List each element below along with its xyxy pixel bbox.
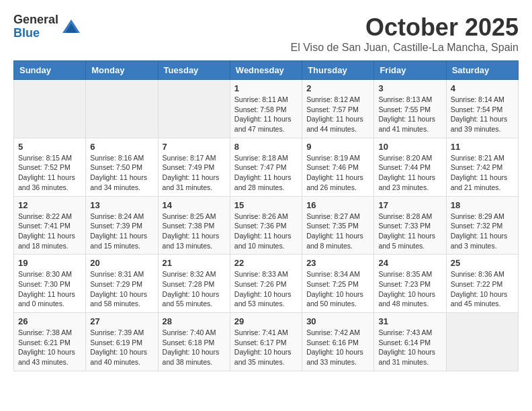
day-info: Sunrise: 8:31 AM Sunset: 7:29 PM Dayligh…: [90, 269, 153, 309]
calendar-cell: 23Sunrise: 8:34 AM Sunset: 7:25 PM Dayli…: [302, 255, 374, 313]
day-info: Sunrise: 8:22 AM Sunset: 7:41 PM Dayligh…: [18, 212, 81, 251]
calendar-cell: 26Sunrise: 7:38 AM Sunset: 6:21 PM Dayli…: [14, 313, 86, 371]
calendar-week-row: 26Sunrise: 7:38 AM Sunset: 6:21 PM Dayli…: [14, 313, 519, 371]
day-info: Sunrise: 8:16 AM Sunset: 7:50 PM Dayligh…: [90, 153, 153, 193]
day-number: 20: [90, 258, 153, 268]
calendar-cell: 22Sunrise: 8:33 AM Sunset: 7:26 PM Dayli…: [230, 255, 302, 313]
calendar-week-row: 12Sunrise: 8:22 AM Sunset: 7:41 PM Dayli…: [14, 196, 519, 255]
day-number: 28: [163, 316, 226, 326]
calendar-cell: 31Sunrise: 7:43 AM Sunset: 6:14 PM Dayli…: [374, 313, 446, 371]
calendar-cell: 25Sunrise: 8:36 AM Sunset: 7:22 PM Dayli…: [446, 255, 518, 313]
calendar-cell: [86, 80, 158, 138]
calendar-cell: 13Sunrise: 8:24 AM Sunset: 7:39 PM Dayli…: [86, 196, 158, 255]
day-info: Sunrise: 8:28 AM Sunset: 7:33 PM Dayligh…: [378, 212, 441, 251]
calendar-cell: 3Sunrise: 8:13 AM Sunset: 7:55 PM Daylig…: [374, 80, 446, 138]
calendar-cell: 30Sunrise: 7:42 AM Sunset: 6:16 PM Dayli…: [302, 313, 374, 371]
day-info: Sunrise: 7:43 AM Sunset: 6:14 PM Dayligh…: [378, 328, 441, 367]
day-number: 9: [306, 142, 369, 152]
calendar-cell: 10Sunrise: 8:20 AM Sunset: 7:44 PM Dayli…: [374, 138, 446, 196]
calendar-cell: 16Sunrise: 8:27 AM Sunset: 7:35 PM Dayli…: [302, 196, 374, 255]
logo-general-text: General: [13, 13, 58, 27]
day-info: Sunrise: 7:38 AM Sunset: 6:21 PM Dayligh…: [18, 328, 81, 367]
weekday-header-monday: Monday: [86, 61, 158, 80]
day-info: Sunrise: 8:14 AM Sunset: 7:54 PM Dayligh…: [451, 95, 514, 134]
day-info: Sunrise: 8:27 AM Sunset: 7:35 PM Dayligh…: [306, 212, 369, 251]
day-number: 30: [306, 316, 369, 326]
calendar-cell: 19Sunrise: 8:30 AM Sunset: 7:30 PM Dayli…: [14, 255, 86, 313]
calendar-cell: 24Sunrise: 8:35 AM Sunset: 7:23 PM Dayli…: [374, 255, 446, 313]
day-number: 3: [378, 83, 441, 93]
day-number: 10: [378, 142, 441, 152]
weekday-header-saturday: Saturday: [446, 61, 518, 80]
calendar-cell: 14Sunrise: 8:25 AM Sunset: 7:38 PM Dayli…: [158, 196, 230, 255]
day-number: 6: [90, 142, 153, 152]
day-info: Sunrise: 8:36 AM Sunset: 7:22 PM Dayligh…: [451, 269, 514, 309]
day-info: Sunrise: 7:41 AM Sunset: 6:17 PM Dayligh…: [234, 328, 298, 367]
day-number: 15: [234, 200, 298, 210]
calendar-cell: 11Sunrise: 8:21 AM Sunset: 7:42 PM Dayli…: [446, 138, 518, 196]
day-number: 11: [451, 142, 514, 152]
day-number: 26: [18, 316, 81, 326]
day-info: Sunrise: 8:15 AM Sunset: 7:52 PM Dayligh…: [18, 153, 81, 193]
calendar-cell: 27Sunrise: 7:39 AM Sunset: 6:19 PM Dayli…: [86, 313, 158, 371]
day-number: 17: [378, 200, 441, 210]
calendar-cell: 6Sunrise: 8:16 AM Sunset: 7:50 PM Daylig…: [86, 138, 158, 196]
weekday-header-tuesday: Tuesday: [158, 61, 230, 80]
location-title: El Viso de San Juan, Castille-La Mancha,…: [291, 42, 519, 54]
calendar-cell: 5Sunrise: 8:15 AM Sunset: 7:52 PM Daylig…: [14, 138, 86, 196]
day-info: Sunrise: 7:42 AM Sunset: 6:16 PM Dayligh…: [306, 328, 369, 367]
calendar-cell: 15Sunrise: 8:26 AM Sunset: 7:36 PM Dayli…: [230, 196, 302, 255]
day-info: Sunrise: 8:32 AM Sunset: 7:28 PM Dayligh…: [163, 269, 226, 309]
day-number: 16: [306, 200, 369, 210]
day-info: Sunrise: 8:21 AM Sunset: 7:42 PM Dayligh…: [451, 153, 514, 193]
day-info: Sunrise: 8:24 AM Sunset: 7:39 PM Dayligh…: [90, 212, 153, 251]
day-number: 21: [163, 258, 226, 268]
day-number: 1: [234, 83, 298, 93]
calendar-cell: 28Sunrise: 7:40 AM Sunset: 6:18 PM Dayli…: [158, 313, 230, 371]
day-number: 23: [306, 258, 369, 268]
day-number: 24: [378, 258, 441, 268]
day-info: Sunrise: 8:19 AM Sunset: 7:46 PM Dayligh…: [306, 153, 369, 193]
weekday-header-friday: Friday: [374, 61, 446, 80]
page-header: General Blue October 2025 El Viso de San…: [13, 13, 519, 54]
day-number: 5: [18, 142, 81, 152]
calendar-cell: [158, 80, 230, 138]
day-number: 2: [306, 83, 369, 93]
day-info: Sunrise: 8:33 AM Sunset: 7:26 PM Dayligh…: [234, 269, 298, 309]
calendar-cell: 20Sunrise: 8:31 AM Sunset: 7:29 PM Dayli…: [86, 255, 158, 313]
calendar-cell: 12Sunrise: 8:22 AM Sunset: 7:41 PM Dayli…: [14, 196, 86, 255]
day-number: 18: [451, 200, 514, 210]
calendar-cell: [446, 313, 518, 371]
day-info: Sunrise: 8:26 AM Sunset: 7:36 PM Dayligh…: [234, 212, 298, 251]
calendar-cell: 17Sunrise: 8:28 AM Sunset: 7:33 PM Dayli…: [374, 196, 446, 255]
day-info: Sunrise: 8:12 AM Sunset: 7:57 PM Dayligh…: [306, 95, 369, 134]
day-number: 19: [18, 258, 81, 268]
calendar-cell: 29Sunrise: 7:41 AM Sunset: 6:17 PM Dayli…: [230, 313, 302, 371]
day-info: Sunrise: 8:18 AM Sunset: 7:47 PM Dayligh…: [234, 153, 298, 193]
day-info: Sunrise: 8:30 AM Sunset: 7:30 PM Dayligh…: [18, 269, 81, 309]
calendar-cell: 7Sunrise: 8:17 AM Sunset: 7:49 PM Daylig…: [158, 138, 230, 196]
day-number: 31: [378, 316, 441, 326]
calendar-table: SundayMondayTuesdayWednesdayThursdayFrid…: [13, 60, 519, 371]
day-info: Sunrise: 8:25 AM Sunset: 7:38 PM Dayligh…: [163, 212, 226, 251]
logo: General Blue: [13, 13, 81, 40]
day-number: 4: [451, 83, 514, 93]
day-info: Sunrise: 8:11 AM Sunset: 7:58 PM Dayligh…: [234, 95, 298, 134]
weekday-header-sunday: Sunday: [14, 61, 86, 80]
calendar-cell: 18Sunrise: 8:29 AM Sunset: 7:32 PM Dayli…: [446, 196, 518, 255]
day-number: 14: [163, 200, 226, 210]
day-info: Sunrise: 8:34 AM Sunset: 7:25 PM Dayligh…: [306, 269, 369, 309]
calendar-cell: [14, 80, 86, 138]
title-section: October 2025 El Viso de San Juan, Castil…: [291, 13, 519, 54]
day-number: 22: [234, 258, 298, 268]
calendar-week-row: 1Sunrise: 8:11 AM Sunset: 7:58 PM Daylig…: [14, 80, 519, 138]
calendar-week-row: 5Sunrise: 8:15 AM Sunset: 7:52 PM Daylig…: [14, 138, 519, 196]
day-info: Sunrise: 8:35 AM Sunset: 7:23 PM Dayligh…: [378, 269, 441, 309]
day-info: Sunrise: 7:40 AM Sunset: 6:18 PM Dayligh…: [163, 328, 226, 367]
day-number: 8: [234, 142, 298, 152]
calendar-week-row: 19Sunrise: 8:30 AM Sunset: 7:30 PM Dayli…: [14, 255, 519, 313]
calendar-cell: 8Sunrise: 8:18 AM Sunset: 7:47 PM Daylig…: [230, 138, 302, 196]
calendar-cell: 21Sunrise: 8:32 AM Sunset: 7:28 PM Dayli…: [158, 255, 230, 313]
day-number: 27: [90, 316, 153, 326]
day-number: 25: [451, 258, 514, 268]
